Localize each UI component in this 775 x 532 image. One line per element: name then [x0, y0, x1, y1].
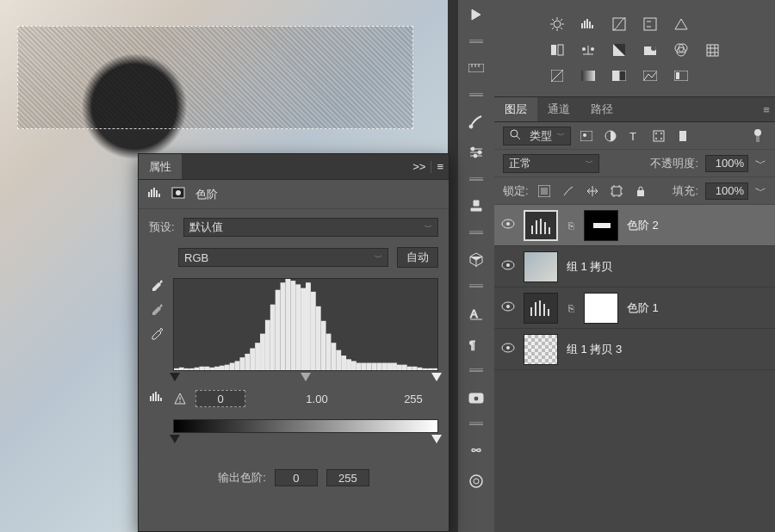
link-icon[interactable]: ⎘	[567, 303, 575, 313]
gradient-map-icon[interactable]	[672, 67, 691, 84]
layer-thumb[interactable]	[524, 210, 558, 241]
layer-filter-select[interactable]: 类型 ﹀	[503, 127, 571, 145]
exposure-icon[interactable]	[641, 15, 660, 33]
panel-grip[interactable]	[469, 40, 483, 43]
layer-row[interactable]: ⎘ 色阶 1	[494, 288, 775, 329]
threshold-icon[interactable]	[610, 67, 629, 84]
triangle-icon[interactable]	[672, 15, 691, 33]
panel-menu-icon[interactable]: ≡	[437, 160, 443, 173]
input-white-field[interactable]: 255	[388, 390, 438, 407]
visibility-icon[interactable]	[501, 301, 515, 315]
preset-select[interactable]: 默认值 ﹀	[183, 218, 438, 237]
play-icon[interactable]	[464, 5, 488, 24]
layer-row[interactable]: 组 1 拷贝	[494, 246, 775, 288]
layer-name[interactable]: 组 1 拷贝	[567, 259, 612, 275]
filter-adjust-icon[interactable]	[602, 127, 619, 145]
output-white-slider[interactable]	[431, 435, 442, 443]
stamp-icon[interactable]	[464, 196, 488, 215]
panel-grip[interactable]	[469, 177, 483, 181]
output-white-field[interactable]: 255	[326, 469, 369, 486]
mask-thumb[interactable]	[584, 293, 618, 324]
output-gradient[interactable]	[173, 419, 438, 433]
lookup-icon[interactable]	[703, 41, 722, 59]
layer-name[interactable]: 色阶 1	[627, 300, 659, 316]
white-point-slider[interactable]	[431, 373, 442, 381]
cloud-icon[interactable]	[464, 472, 488, 491]
lock-brush-icon[interactable]	[560, 182, 577, 200]
histogram[interactable]	[173, 278, 438, 371]
visibility-icon[interactable]	[501, 343, 515, 356]
auto-button[interactable]: 自动	[397, 247, 438, 268]
sliders-icon[interactable]	[464, 143, 488, 162]
link-icon[interactable]: ⎘	[567, 220, 575, 231]
eyedropper-gray-icon[interactable]	[149, 302, 166, 319]
visibility-icon[interactable]	[501, 219, 515, 232]
visibility-icon[interactable]	[501, 260, 515, 274]
blend-mode-select[interactable]: 正常 ﹀	[503, 154, 599, 173]
ruler-icon[interactable]	[464, 59, 488, 77]
chevron-down-icon[interactable]: ﹀	[755, 183, 766, 199]
layer-thumb[interactable]	[524, 293, 558, 324]
tab-channels[interactable]: 通道	[537, 97, 580, 121]
cube-icon[interactable]	[464, 250, 488, 269]
bw-icon[interactable]	[610, 41, 629, 59]
panel-grip[interactable]	[469, 368, 483, 372]
layer-row[interactable]: 组 1 拷贝 3	[494, 329, 775, 370]
input-slider-track[interactable]	[173, 373, 438, 385]
mask-thumb[interactable]	[584, 210, 618, 241]
lock-artboard-icon[interactable]	[608, 182, 625, 200]
tab-layers[interactable]: 图层	[494, 97, 537, 121]
black-point-slider[interactable]	[170, 373, 180, 381]
eyedropper-white-icon[interactable]	[149, 326, 166, 343]
eyedropper-black-icon[interactable]	[149, 278, 166, 295]
channel-mixer-icon[interactable]	[672, 41, 691, 59]
type-a-icon[interactable]: A	[464, 303, 488, 322]
collapse-icon[interactable]: >>	[412, 160, 425, 173]
layer-row[interactable]: ⎘ 色阶 2	[494, 205, 775, 246]
chevron-down-icon[interactable]: ﹀	[755, 156, 766, 171]
filter-shape-icon[interactable]	[650, 127, 667, 145]
layer-name[interactable]: 色阶 2	[627, 218, 659, 233]
lock-all-icon[interactable]	[632, 182, 649, 200]
paragraph-icon[interactable]: ¶	[464, 334, 488, 353]
color-balance-icon[interactable]	[579, 41, 598, 59]
input-gamma-field[interactable]: 1.00	[292, 390, 342, 407]
fill-field[interactable]: 100%	[705, 182, 748, 200]
panel-grip[interactable]	[469, 231, 483, 234]
selection-marquee[interactable]	[17, 26, 413, 129]
posterize-icon[interactable]	[579, 67, 598, 84]
panel-grip[interactable]	[469, 422, 483, 425]
brightness-icon[interactable]	[548, 15, 567, 33]
warning-icon[interactable]	[173, 392, 187, 405]
output-black-field[interactable]: 0	[275, 469, 318, 486]
lock-pixels-icon[interactable]	[536, 182, 553, 200]
selective-color-icon[interactable]	[641, 67, 660, 84]
invert-icon[interactable]	[548, 67, 567, 84]
filter-smart-icon[interactable]	[674, 127, 691, 145]
filter-pixel-icon[interactable]	[578, 127, 595, 145]
lock-move-icon[interactable]	[584, 182, 601, 200]
properties-tab[interactable]: 属性	[139, 154, 182, 179]
output-black-slider[interactable]	[170, 435, 180, 443]
panel-grip[interactable]	[469, 93, 483, 96]
curves-icon[interactable]	[610, 15, 629, 33]
camera-icon[interactable]	[464, 387, 488, 406]
gamma-slider[interactable]	[301, 373, 311, 381]
tab-paths[interactable]: 路径	[580, 97, 623, 121]
filter-toggle[interactable]	[749, 127, 766, 145]
levels-icon[interactable]	[579, 15, 598, 33]
opacity-field[interactable]: 100%	[705, 155, 748, 172]
panel-menu-icon[interactable]: ≡	[758, 103, 775, 116]
channel-select[interactable]: RGB ﹀	[178, 248, 388, 267]
panel-grip[interactable]	[469, 284, 483, 288]
layer-thumb[interactable]	[524, 334, 558, 365]
layer-thumb[interactable]	[524, 251, 558, 282]
infinity-icon[interactable]	[464, 441, 488, 460]
layer-name[interactable]: 组 1 拷贝 3	[567, 342, 622, 357]
input-black-field[interactable]: 0	[195, 390, 245, 407]
hue-sat-icon[interactable]	[548, 41, 567, 59]
output-slider-track[interactable]	[173, 435, 438, 447]
filter-type-icon[interactable]: T	[626, 127, 643, 145]
brush-icon[interactable]	[464, 112, 488, 131]
photo-filter-icon[interactable]	[641, 41, 660, 59]
